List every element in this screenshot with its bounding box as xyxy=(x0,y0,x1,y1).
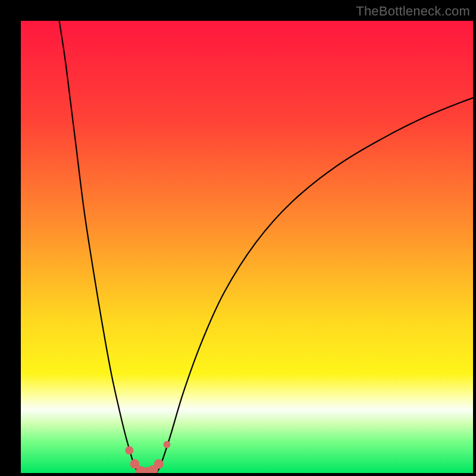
curve-right xyxy=(156,98,473,473)
data-marker xyxy=(125,446,133,455)
chart-frame: TheBottleneck.com xyxy=(0,0,476,476)
data-marker xyxy=(163,441,170,448)
data-marker xyxy=(154,459,164,469)
plot-area xyxy=(21,21,473,473)
watermark-text: TheBottleneck.com xyxy=(356,4,470,19)
curve-left xyxy=(60,21,139,473)
chart-svg xyxy=(21,21,473,473)
